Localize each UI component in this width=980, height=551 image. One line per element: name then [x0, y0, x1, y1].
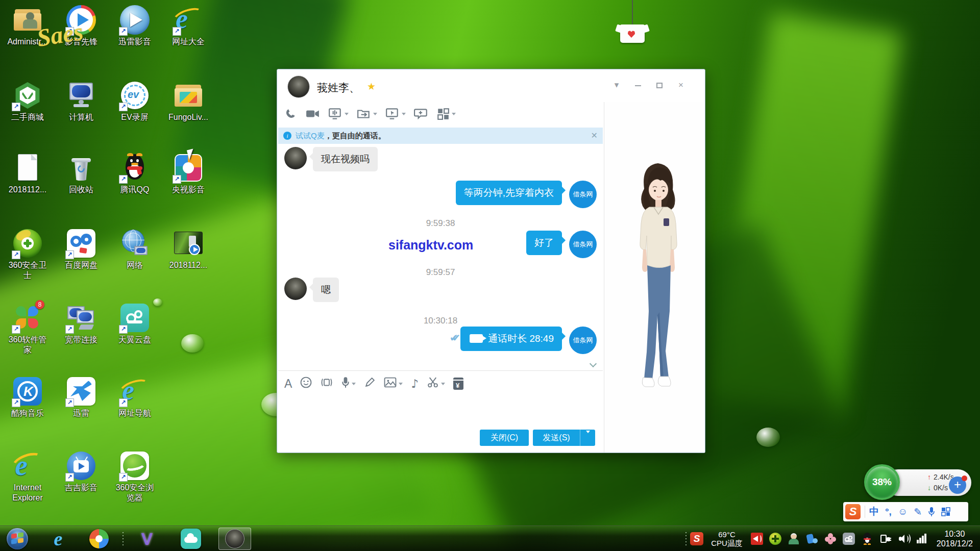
add-button[interactable]: +: [949, 477, 966, 494]
maximize-button[interactable]: [652, 79, 667, 92]
desktop-icon-internet-explorer[interactable]: e InternetExplorer: [4, 451, 52, 503]
ev-luping-icon: ev↗: [120, 81, 150, 110]
voice-call-button[interactable]: [280, 105, 302, 122]
music-button[interactable]: ♪: [407, 377, 423, 390]
desktop-icon-wangzhi-daohang[interactable]: e ↗网址导航: [111, 377, 159, 418]
peer-avatar[interactable]: [284, 278, 307, 300]
qq-chat-window: 莪姓李、 ★ ▾ × i 试试Q麦 ，更自由的通话。 ✕ sifangktv.c…: [277, 69, 705, 453]
down-arrow-icon: ↓: [927, 484, 931, 492]
tray-sogou-s-icon[interactable]: S: [689, 531, 704, 546]
tray-megaphone-icon[interactable]: [749, 531, 765, 546]
tray-antivirus-360-icon[interactable]: [768, 531, 783, 546]
ime-punctuation[interactable]: °,: [885, 506, 892, 517]
close-chat-button[interactable]: 关闭(C): [480, 430, 529, 446]
desktop-icon-360-anquan-weishi[interactable]: ↗360安全卫士: [4, 229, 52, 281]
desktop-icon-ershou-shangcheng[interactable]: ↗二手商城: [4, 81, 52, 122]
create-group-icon: [414, 107, 428, 120]
send-image-button[interactable]: [380, 377, 407, 391]
send-options-button[interactable]: [580, 430, 595, 446]
message-bubble: 嗯: [313, 278, 339, 302]
ime-toolbox-icon[interactable]: [941, 507, 950, 516]
desktop-icon-label: 天翼云盘: [111, 335, 159, 345]
qmic-share-button[interactable]: [324, 105, 353, 122]
scroll-to-bottom-button[interactable]: [590, 361, 599, 368]
desktop-icon-xunlei[interactable]: ↗迅雷: [57, 377, 105, 418]
memory-usage-ball[interactable]: 38%: [864, 464, 900, 500]
send-button[interactable]: 发送(S): [533, 430, 580, 446]
voice-message-button[interactable]: [337, 377, 360, 391]
desktop-icon-yangshi-yingyin[interactable]: ↗央视影音: [164, 153, 212, 195]
desktop-icon-doc-2018112[interactable]: 2018112...: [4, 153, 52, 195]
desktop-icon-label: InternetExplorer: [4, 483, 52, 503]
handwrite-button[interactable]: [360, 377, 380, 391]
desktop-icon-label: 2018112...: [4, 185, 52, 195]
screenshot-button[interactable]: [423, 377, 449, 391]
divider: [865, 506, 865, 518]
tray-qq-penguin-icon[interactable]: [860, 531, 875, 546]
tray-network-signal-icon[interactable]: [915, 531, 930, 546]
close-button[interactable]: ×: [673, 79, 689, 92]
ime-emoji-icon[interactable]: ☺: [898, 506, 908, 517]
self-avatar[interactable]: 借条网: [569, 327, 597, 354]
tray-volume-icon[interactable]: [896, 531, 912, 546]
desktop-icon-label: 2018112...: [164, 260, 212, 270]
remote-demo-button[interactable]: [381, 105, 410, 122]
minimize-button[interactable]: [630, 79, 646, 92]
desktop-icon-360-anquan-liulanqi[interactable]: ↗360安全浏览器: [111, 451, 159, 503]
qmic-link[interactable]: 试试Q麦: [296, 131, 325, 141]
desktop-icon-xunlei-yingyin[interactable]: ↗迅雷影音: [111, 5, 159, 47]
notice-close-icon[interactable]: ✕: [591, 131, 598, 140]
voice-message-icon: [341, 377, 350, 391]
desktop-icon-tianyi-yunpan[interactable]: ↗天翼云盘: [111, 303, 159, 345]
emoji-button[interactable]: [296, 377, 316, 391]
taskbar-ie-button[interactable]: e: [45, 528, 71, 550]
desktop-icon-fungolive[interactable]: FungoLiv...: [164, 81, 212, 122]
window-menu-button[interactable]: ▾: [609, 79, 624, 92]
taskbar-clock[interactable]: 10:30 2018/12/2: [937, 529, 973, 548]
call-record-bubble[interactable]: 通话时长 28:49: [460, 327, 562, 351]
desktop-icon-tengxun-qq[interactable]: ↗腾讯QQ: [111, 153, 159, 195]
tianyi-yunpan-icon: ↗: [120, 303, 150, 333]
start-button[interactable]: [4, 528, 31, 550]
tray-flower-app-icon[interactable]: [823, 531, 838, 546]
taskbar-grip[interactable]: [121, 531, 125, 546]
window-shake-button[interactable]: [316, 377, 337, 391]
tray-grip[interactable]: [684, 531, 688, 546]
ime-chinese-mode[interactable]: 中: [869, 505, 879, 518]
desktop-icon-jisuanji[interactable]: 计算机: [57, 81, 105, 122]
ime-mic-icon[interactable]: [928, 507, 935, 517]
self-avatar[interactable]: 借条网: [569, 231, 597, 258]
peer-avatar[interactable]: [287, 76, 310, 98]
tray-plug-device-icon[interactable]: [878, 531, 893, 546]
desktop-icon-kugou-yinyue[interactable]: K↗酷狗音乐: [4, 377, 52, 418]
taskbar-cloud-button[interactable]: [178, 528, 204, 550]
desktop-icon-kuandai-lianjie[interactable]: ↗宽带连接: [57, 303, 105, 345]
desktop-icon-wangluo[interactable]: 网络: [111, 229, 159, 270]
taskbar-sogou-button[interactable]: [86, 528, 112, 550]
desktop-icon-ev-luping[interactable]: ev↗EV录屏: [111, 81, 159, 122]
taskbar-vagaa-button[interactable]: V: [134, 528, 160, 550]
self-avatar[interactable]: 借条网: [569, 181, 597, 208]
desktop-icon-baidu-wangpan[interactable]: ↗百度网盘: [57, 229, 105, 270]
create-group-button[interactable]: [410, 105, 432, 122]
red-packet-button[interactable]: ¥: [449, 378, 468, 390]
desktop-icon-360-ruanjian-guanjia[interactable]: ↗8360软件管家: [4, 303, 52, 355]
update-count-badge: 8: [35, 300, 44, 309]
ime-handwrite-icon[interactable]: ✎: [914, 506, 922, 518]
tray-assistant-person-icon[interactable]: [786, 531, 801, 546]
peer-avatar[interactable]: [284, 147, 307, 169]
message-bubble: 现在视频吗: [313, 147, 378, 171]
desktop-icon-video-2018112[interactable]: 2018112...: [164, 229, 212, 270]
sogou-ime-logo[interactable]: S: [845, 504, 861, 519]
send-file-button[interactable]: [353, 105, 381, 122]
desktop-icon-huishouzhan[interactable]: 回收站: [57, 153, 105, 195]
desktop-icon-jiji-yingyin[interactable]: ↗吉吉影音: [57, 451, 105, 493]
tray-cloud-sync-icon[interactable]: [841, 531, 856, 546]
desktop-icon-wangzhi-daquan[interactable]: e ↗网址大全: [164, 5, 212, 47]
taskbar-qq-chat-task[interactable]: [218, 528, 251, 550]
tray-phone-app-icon[interactable]: [804, 531, 820, 546]
video-call-button[interactable]: [302, 105, 324, 122]
font-style-button[interactable]: A: [280, 377, 296, 391]
more-apps-button[interactable]: [432, 105, 460, 122]
chevron-down-icon: [402, 113, 406, 115]
